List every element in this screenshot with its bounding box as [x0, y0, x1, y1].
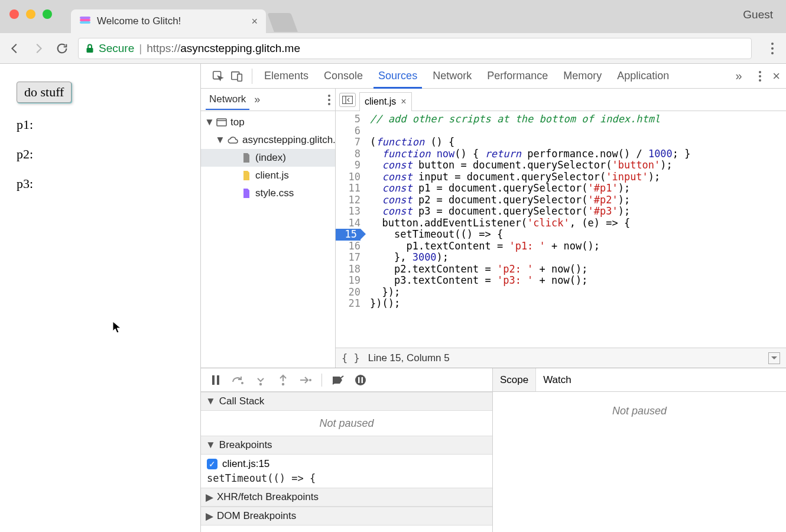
window-close-button[interactable] [9, 9, 19, 19]
section-label: Call Stack [219, 395, 265, 407]
device-toolbar-icon[interactable] [228, 67, 246, 85]
callstack-body: Not paused [201, 411, 492, 436]
toggle-navigator-icon[interactable] [339, 93, 356, 107]
p3-text: p3: [17, 176, 184, 192]
editor-tab[interactable]: client.js × [359, 92, 412, 111]
tree-row-top[interactable]: ▼ top [201, 113, 335, 131]
reload-button[interactable] [54, 41, 70, 56]
code-area[interactable]: // add other scripts at the bottom of in… [364, 111, 786, 348]
line-gutter[interactable]: 56789101112131415161718192021 [336, 111, 364, 348]
svg-rect-6 [238, 74, 242, 81]
xhr-breakpoints-header[interactable]: ▶XHR/fetch Breakpoints [201, 488, 492, 507]
svg-rect-1 [80, 21, 90, 24]
cursor-position: Line 15, Column 5 [368, 352, 450, 364]
breakpoint-snippet: setTimeout(() => { [207, 472, 486, 484]
devtools-menu-icon[interactable] [751, 67, 769, 85]
tab-watch[interactable]: Watch [536, 368, 579, 391]
breakpoint-checkbox[interactable]: ✓ [207, 459, 217, 469]
file-tree: ▼ top ▼ asyncstepping.glitch.me (index)c… [201, 111, 335, 368]
devtools-tab-application[interactable]: Application [611, 65, 675, 87]
tab-close-button[interactable]: × [251, 15, 258, 28]
file-row[interactable]: style.css [201, 184, 335, 202]
window-zoom-button[interactable] [43, 9, 52, 19]
lock-icon [86, 44, 94, 53]
devtools-tab-network[interactable]: Network [427, 65, 478, 87]
sources-sidebar-tabs: Network » [201, 89, 335, 111]
file-row[interactable]: client.js [201, 167, 335, 184]
debugger-toolbar [201, 368, 492, 392]
p1-text: p1: [17, 117, 184, 132]
editor-tabbar: client.js × [336, 89, 786, 111]
file-label: (index) [255, 152, 286, 164]
svg-point-13 [241, 382, 243, 384]
svg-point-16 [309, 379, 311, 381]
page-viewport: do stuff p1: p2: p3: [0, 64, 201, 532]
tree-row-origin[interactable]: ▼ asyncstepping.glitch.me [201, 131, 335, 149]
step-into-icon[interactable] [253, 372, 268, 388]
devtools-tab-sources[interactable]: Sources [372, 65, 423, 87]
sources-sidebar: Network » ▼ top ▼ asyncstepp [201, 89, 336, 368]
step-icon[interactable] [298, 372, 313, 388]
svg-rect-12 [217, 375, 219, 385]
back-button[interactable] [7, 41, 22, 56]
sidebar-menu-icon[interactable] [328, 95, 330, 105]
file-label: client.js [255, 170, 289, 181]
tab-title: Welcome to Glitch! [97, 15, 245, 27]
browser-tab[interactable]: Welcome to Glitch! × [71, 9, 266, 33]
svg-point-15 [282, 382, 284, 385]
editor-tab-close-icon[interactable]: × [401, 96, 406, 107]
breakpoints-body: ✓ client.js:15 setTimeout(() => { [201, 455, 492, 488]
editor-status-bar: { } Line 15, Column 5 [336, 348, 786, 368]
breakpoints-header[interactable]: ▼Breakpoints [201, 436, 492, 455]
svg-rect-11 [212, 375, 215, 385]
do-stuff-button[interactable]: do stuff [17, 82, 72, 103]
svg-rect-0 [80, 19, 90, 21]
svg-rect-7 [217, 119, 226, 126]
devtools-tab-memory[interactable]: Memory [557, 65, 608, 87]
browser-menu-button[interactable] [766, 43, 779, 54]
coverage-toggle-icon[interactable] [768, 352, 780, 364]
inspect-element-icon[interactable] [209, 67, 227, 85]
step-out-icon[interactable] [275, 372, 291, 388]
deactivate-breakpoints-icon[interactable] [330, 372, 346, 388]
url-divider: | [139, 42, 142, 55]
devtools-tabbar: ElementsConsoleSourcesNetworkPerformance… [201, 64, 786, 89]
pretty-print-icon[interactable]: { } [342, 352, 360, 364]
devtools-tab-console[interactable]: Console [318, 65, 369, 87]
pause-icon[interactable] [208, 372, 223, 388]
section-label: XHR/fetch Breakpoints [217, 491, 319, 503]
devtools-tab-performance[interactable]: Performance [481, 65, 554, 87]
window-controls [9, 9, 52, 19]
tab-favicon [79, 15, 91, 27]
dom-breakpoints-header[interactable]: ▶DOM Breakpoints [201, 507, 492, 525]
file-icon [241, 152, 252, 164]
window-minimize-button[interactable] [26, 9, 35, 19]
svg-rect-3 [87, 48, 93, 53]
more-sidebar-tabs-icon[interactable]: » [254, 93, 260, 106]
tab-scope[interactable]: Scope [493, 368, 536, 391]
code-editor: client.js × 5678910111213141516171819202… [336, 89, 786, 368]
profile-label[interactable]: Guest [743, 8, 773, 21]
devtools-tab-elements[interactable]: Elements [258, 65, 314, 87]
debugger-panel: ▼Call Stack Not paused ▼Breakpoints ✓ cl… [201, 368, 786, 532]
tree-label: asyncstepping.glitch.me [242, 134, 335, 146]
browser-tab-strip: Welcome to Glitch! × Guest [0, 0, 786, 33]
pause-on-exceptions-icon[interactable] [353, 372, 368, 388]
more-tabs-icon[interactable]: » [730, 67, 748, 85]
address-bar[interactable]: Secure | https://asyncstepping.glitch.me [78, 38, 752, 59]
breakpoint-label[interactable]: client.js:15 [222, 458, 269, 470]
file-row[interactable]: (index) [201, 149, 335, 167]
callstack-header[interactable]: ▼Call Stack [201, 392, 492, 411]
svg-rect-20 [362, 377, 363, 383]
svg-rect-19 [358, 377, 360, 383]
browser-toolbar: Secure | https://asyncstepping.glitch.me [0, 33, 786, 64]
new-tab-button[interactable] [267, 13, 298, 32]
sidebar-tab-network[interactable]: Network [206, 90, 249, 110]
file-icon [241, 187, 252, 199]
forward-button[interactable] [31, 41, 46, 56]
devtools-close-button[interactable]: × [772, 69, 780, 84]
editor-tab-label: client.js [365, 96, 396, 107]
step-over-icon[interactable] [230, 372, 246, 388]
section-label: DOM Breakpoints [217, 510, 296, 522]
file-label: style.css [255, 187, 294, 199]
